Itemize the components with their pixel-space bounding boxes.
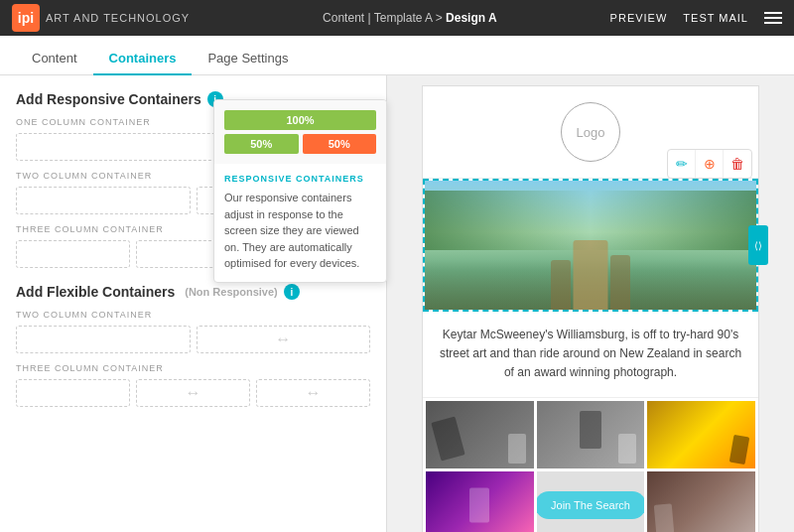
- top-navigation: ipi ART AND TECHNOLOGY Content | Templat…: [0, 0, 794, 36]
- flex-arrow-icon: ↔: [275, 331, 291, 348]
- flex-three-col-row: ↔ ↔: [16, 379, 370, 407]
- menu-line-3: [764, 22, 782, 24]
- email-logo: Logo: [561, 102, 620, 162]
- nav-actions: PREVIEW TEST MAIL: [610, 12, 782, 24]
- photo-cell-4: [426, 471, 534, 532]
- bar-50-row: 50% 50%: [224, 134, 376, 154]
- right-panel: Logo ✏ ⊕ 🗑: [387, 75, 794, 532]
- edit-toolbar: ✏ ⊕ 🗑: [667, 149, 752, 179]
- edit-delete-button[interactable]: 🗑: [724, 150, 751, 178]
- app-logo-area: ipi ART AND TECHNOLOGY: [12, 4, 190, 32]
- flex-three-col-1[interactable]: [16, 379, 130, 407]
- flex-two-col-label: TWO COLUMN CONTAINER: [16, 310, 370, 320]
- edit-pencil-button[interactable]: ✏: [668, 150, 696, 178]
- tab-content[interactable]: Content: [16, 43, 93, 75]
- photo-cell-join: Join The Search: [537, 471, 645, 532]
- hero-image: [425, 181, 756, 310]
- flex-two-col-row: ↔: [16, 326, 370, 353]
- brand-name: ART AND TECHNOLOGY: [46, 12, 190, 24]
- flexible-section-title: Add Flexible Containers (Non Responsive)…: [16, 284, 370, 300]
- app-logo-icon: ipi: [12, 4, 40, 32]
- bar-100: 100%: [224, 110, 376, 130]
- resize-handle[interactable]: ⟨⟩: [748, 225, 768, 265]
- two-col-left[interactable]: [16, 187, 191, 214]
- flex-two-col-right[interactable]: ↔: [197, 326, 371, 353]
- tab-containers[interactable]: Containers: [93, 43, 193, 75]
- bar-50-right: 50%: [303, 134, 377, 154]
- flex-two-col-left[interactable]: [16, 326, 191, 353]
- email-selected-block[interactable]: ✏ ⊕ 🗑 ⟨⟩: [423, 179, 758, 312]
- logo-text: ipi: [18, 10, 34, 26]
- edit-copy-button[interactable]: ⊕: [696, 150, 724, 178]
- tab-bar: Content Containers Page Settings: [0, 36, 794, 75]
- flex-three-col-label: THREE COLUMN CONTAINER: [16, 363, 370, 373]
- flex-arrow-icon-2: ↔: [186, 384, 201, 402]
- tooltip-title: RESPONSIVE CONTAINERS: [224, 174, 376, 184]
- photo-cell-3: [647, 401, 755, 468]
- drag-arrows-icon: ⟨⟩: [754, 240, 762, 251]
- flex-three-col-3[interactable]: ↔: [256, 379, 370, 407]
- tooltip-text-area: RESPONSIVE CONTAINERS Our responsive con…: [214, 164, 386, 282]
- tab-page-settings[interactable]: Page Settings: [192, 43, 304, 75]
- breadcrumb-path: Content | Template A >: [323, 11, 446, 25]
- photo-cell-2: [537, 401, 645, 468]
- main-layout: Add Responsive Containers i ONE COLUMN C…: [0, 75, 794, 532]
- responsive-tooltip-popup: 100% 50% 50% RESPONSIVE CONTAINERS Our r…: [213, 99, 387, 283]
- left-panel: Add Responsive Containers i ONE COLUMN C…: [0, 75, 387, 532]
- menu-line-2: [764, 17, 782, 19]
- flexible-section: Add Flexible Containers (Non Responsive)…: [16, 284, 370, 407]
- breadcrumb: Content | Template A > Design A: [209, 11, 609, 25]
- preview-button[interactable]: PREVIEW: [610, 12, 668, 24]
- photo-cell-6: [647, 471, 755, 532]
- non-responsive-label: (Non Responsive): [185, 286, 278, 298]
- breadcrumb-current: Design A: [446, 11, 497, 25]
- flexible-info-icon[interactable]: i: [284, 284, 300, 300]
- email-canvas: Logo ✏ ⊕ 🗑: [422, 85, 759, 532]
- three-col-1[interactable]: [16, 240, 130, 268]
- flex-arrow-icon-3: ↔: [306, 384, 322, 402]
- menu-line-1: [764, 12, 782, 14]
- flex-three-col-2[interactable]: ↔: [136, 379, 250, 407]
- hamburger-menu-button[interactable]: [764, 12, 782, 24]
- tooltip-visual: 100% 50% 50%: [214, 100, 386, 164]
- join-search-button[interactable]: Join The Search: [537, 491, 645, 519]
- bar-50-left: 50%: [224, 134, 299, 154]
- photo-grid: Join The Search: [423, 398, 758, 532]
- photo-cell-1: [426, 401, 534, 468]
- article-text: Keytar McSweeney's Williamsburg, is off …: [423, 312, 758, 398]
- tooltip-description: Our responsive containers adjust in resp…: [224, 190, 376, 272]
- testmail-button[interactable]: TEST MAIL: [683, 12, 748, 24]
